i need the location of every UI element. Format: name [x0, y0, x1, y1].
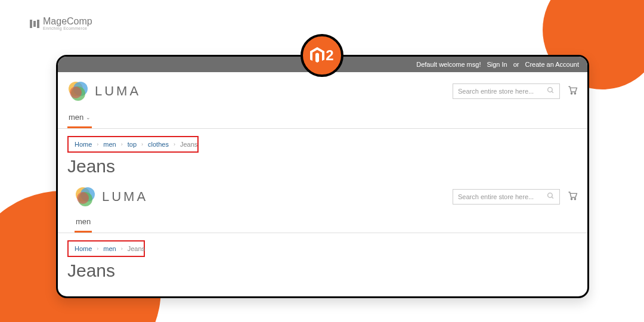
- signin-link[interactable]: Sign In: [487, 61, 507, 68]
- magecomp-logo: MageComp Enriching Ecommerce: [30, 17, 92, 30]
- luma-mark-icon: [67, 80, 89, 102]
- store-header-2: LUMA: [58, 181, 587, 212]
- nav-label: men: [76, 217, 91, 226]
- search-box[interactable]: [453, 83, 560, 99]
- nav-item-men[interactable]: men ⌄: [67, 108, 92, 128]
- page-title: Jeans: [58, 156, 587, 180]
- breadcrumb-men[interactable]: men: [103, 141, 116, 148]
- breadcrumb-2: Home › men › Jeans: [67, 240, 145, 257]
- cart-icon[interactable]: [567, 191, 578, 203]
- store-header: LUMA: [58, 72, 587, 108]
- magento-icon: [310, 47, 324, 64]
- category-nav-2: men: [58, 212, 587, 233]
- badge-number: 2: [326, 47, 333, 64]
- chevron-right-icon: ›: [97, 246, 98, 252]
- breadcrumb-home[interactable]: Home: [75, 245, 92, 252]
- chevron-right-icon: ›: [141, 141, 143, 147]
- breadcrumb: Home › men › top › clothes › Jeans: [67, 136, 199, 153]
- or-text: or: [513, 61, 519, 68]
- breadcrumb-current: Jeans: [180, 141, 197, 148]
- breadcrumb-top[interactable]: top: [128, 141, 137, 148]
- svg-point-6: [571, 93, 572, 94]
- magecomp-tagline: Enriching Ecommerce: [43, 26, 92, 30]
- search-input-2[interactable]: [458, 193, 541, 200]
- svg-line-5: [552, 91, 553, 93]
- svg-point-14: [571, 199, 572, 200]
- svg-point-3: [70, 86, 82, 98]
- luma-brand-text: LUMA: [102, 189, 148, 205]
- luma-mark-icon: [75, 186, 96, 208]
- search-icon[interactable]: [547, 192, 555, 202]
- luma-brand-text: LUMA: [95, 83, 141, 99]
- svg-point-7: [574, 93, 575, 94]
- category-nav: men ⌄: [58, 108, 587, 129]
- magento2-badge: 2: [301, 34, 343, 77]
- chevron-right-icon: ›: [174, 141, 175, 147]
- breadcrumb-current: Jeans: [128, 245, 145, 252]
- breadcrumb-home[interactable]: Home: [75, 141, 92, 148]
- chevron-right-icon: ›: [121, 141, 123, 147]
- svg-point-15: [574, 199, 575, 200]
- svg-line-13: [552, 197, 553, 199]
- page-title-2: Jeans: [58, 261, 587, 282]
- luma-logo[interactable]: LUMA: [67, 80, 141, 102]
- svg-point-4: [548, 88, 553, 92]
- magecomp-icon: [30, 20, 39, 28]
- breadcrumb-men[interactable]: men: [103, 245, 116, 252]
- chevron-right-icon: ›: [97, 141, 98, 147]
- browser-window: Default welcome msg! Sign In or Create a…: [56, 55, 589, 298]
- luma-logo-2[interactable]: LUMA: [75, 186, 148, 208]
- welcome-msg: Default welcome msg!: [416, 61, 481, 68]
- nav-label: men: [69, 113, 83, 122]
- search-box-2[interactable]: [453, 189, 560, 205]
- create-account-link[interactable]: Create an Account: [525, 61, 579, 68]
- cart-icon[interactable]: [567, 85, 578, 97]
- search-input[interactable]: [458, 88, 541, 95]
- nav-item-men-2[interactable]: men: [75, 212, 92, 233]
- svg-point-11: [77, 192, 89, 204]
- chevron-down-icon: ⌄: [86, 114, 91, 120]
- magecomp-name: MageComp: [43, 17, 92, 26]
- chevron-right-icon: ›: [121, 246, 123, 252]
- search-icon[interactable]: [547, 86, 555, 96]
- svg-point-12: [548, 193, 553, 198]
- breadcrumb-clothes[interactable]: clothes: [148, 141, 169, 148]
